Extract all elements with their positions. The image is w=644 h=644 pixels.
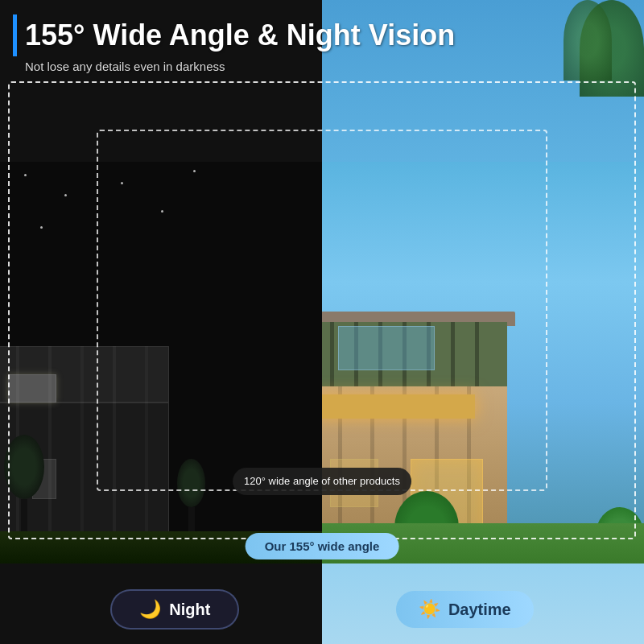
label-155-text: Our 155° wide angle	[265, 539, 380, 553]
blue-accent-bar	[13, 14, 17, 56]
scene-wrapper: 120° wide angle of other products Our 15…	[0, 81, 644, 644]
label-155: Our 155° wide angle	[246, 533, 399, 559]
tooltip-120-label: 120° wide angle of other products	[233, 468, 411, 495]
night-button[interactable]: 🌙 Night	[110, 589, 239, 630]
moon-icon: 🌙	[139, 599, 161, 620]
inner-angle-box	[97, 130, 547, 491]
title-row: 155° Wide Angle & Night Vision	[13, 14, 631, 56]
page-subtitle: Not lose any details even in darkness	[25, 60, 631, 73]
main-container: 155° Wide Angle & Night Vision Not lose …	[0, 0, 644, 644]
page-title: 155° Wide Angle & Night Vision	[25, 19, 455, 52]
header-section: 155° Wide Angle & Night Vision Not lose …	[0, 0, 644, 81]
tooltip-120-text: 120° wide angle of other products	[244, 475, 400, 487]
day-button[interactable]: ☀️ Daytime	[396, 591, 534, 628]
sun-icon: ☀️	[419, 599, 440, 620]
night-label: Night	[169, 601, 210, 619]
day-label: Daytime	[448, 601, 511, 619]
bottom-buttons-row: 🌙 Night ☀️ Daytime	[0, 589, 644, 630]
